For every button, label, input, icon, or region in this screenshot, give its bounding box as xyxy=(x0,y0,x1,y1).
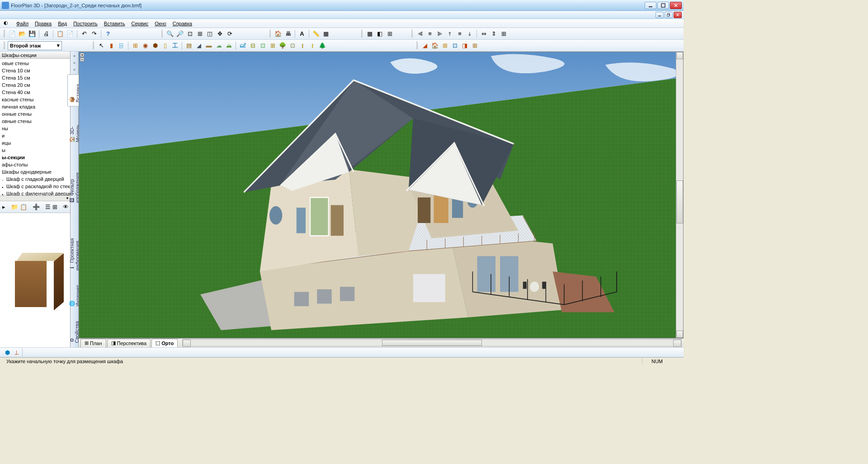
align-center-h-icon[interactable]: ≡ xyxy=(425,29,434,38)
align-left-icon[interactable]: ⫷ xyxy=(415,29,425,38)
tree-item[interactable]: Стена 20 см xyxy=(0,81,70,89)
mdi-minimize-button[interactable] xyxy=(656,12,664,18)
tree-item[interactable]: онные стены xyxy=(0,110,70,118)
fence-tool-icon[interactable]: ⫿ xyxy=(298,41,307,50)
view3d-6-icon[interactable]: ⊞ xyxy=(470,41,479,50)
help-icon[interactable]: ? xyxy=(104,29,113,38)
tree-item[interactable]: ны xyxy=(0,125,70,132)
tree-item[interactable]: Стена 40 см xyxy=(0,89,70,96)
column-tool-icon[interactable]: ▯ xyxy=(160,41,170,50)
print-icon[interactable]: 🖨 xyxy=(42,29,51,38)
plant2-tool-icon[interactable]: 🌲 xyxy=(318,41,327,50)
tree-item[interactable]: касные стены xyxy=(0,96,70,103)
distribute-v-icon[interactable]: ⇕ xyxy=(489,29,498,38)
menu-build[interactable]: Построить xyxy=(71,20,100,27)
select-tool-icon[interactable]: ↖ xyxy=(97,41,106,50)
catalog-insert-icon[interactable]: ▸ xyxy=(2,202,6,211)
catalog-copy-icon[interactable]: 📋 xyxy=(19,202,28,211)
tab-pin2-icon[interactable]: « xyxy=(71,67,78,73)
tree-item[interactable]: Шкаф с филенчатой дверцей xyxy=(0,190,70,195)
zoom-out-icon[interactable]: 🔎 xyxy=(175,29,184,38)
zoom-extents-icon[interactable]: ⊞ xyxy=(195,29,204,38)
grid-icon[interactable]: ▦ xyxy=(321,29,330,38)
text-icon[interactable]: A xyxy=(297,29,307,38)
catalog-list-icon[interactable]: ☰ xyxy=(45,202,51,211)
appliance-tool-icon[interactable]: ⊟ xyxy=(248,41,257,50)
view3d-5-icon[interactable]: ◨ xyxy=(460,41,469,50)
menu-edit[interactable]: Правка xyxy=(32,20,54,27)
undo-icon[interactable]: ↶ xyxy=(80,29,89,38)
tree-item[interactable]: овые стены xyxy=(0,60,70,67)
tree-item[interactable]: Шкаф с гладкой дверцей xyxy=(0,175,70,183)
tree-item[interactable]: Стена 10 см xyxy=(0,67,70,74)
dimension-icon[interactable]: 📏 xyxy=(311,29,321,38)
furniture-tool-icon[interactable]: 🛋 xyxy=(238,41,247,50)
scroll-thumb[interactable] xyxy=(676,180,683,223)
tree-item[interactable]: ицы xyxy=(0,139,70,147)
horizontal-scrollbar[interactable] xyxy=(182,339,682,346)
view3d-4-icon[interactable]: ⊡ xyxy=(450,41,459,50)
viewport-handle-1[interactable]: ▾ xyxy=(80,53,84,57)
path-tool-icon[interactable]: ⫿ xyxy=(308,41,317,50)
mdi-restore-button[interactable] xyxy=(665,12,673,18)
tree-item[interactable]: ы-секции xyxy=(0,154,70,161)
menu-file[interactable]: Файл xyxy=(14,20,31,27)
floor-selector[interactable]: Второй этаж ▾ xyxy=(8,41,62,50)
paste-icon[interactable]: 📄 xyxy=(66,29,75,38)
align-extra-icon[interactable]: ⊞ xyxy=(499,29,508,38)
layout-1-icon[interactable]: ▦ xyxy=(365,29,374,38)
redo-icon[interactable]: ↷ xyxy=(90,29,99,38)
catalog-detail-icon[interactable]: ⊞ xyxy=(52,202,58,211)
maximize-button[interactable] xyxy=(657,2,669,9)
menu-view[interactable]: Вид xyxy=(55,20,70,27)
layout-3-icon[interactable]: ⊞ xyxy=(385,29,394,38)
tab-collapse-icon[interactable]: × xyxy=(71,53,78,59)
open-file-icon[interactable]: 📂 xyxy=(18,29,27,38)
tree-item[interactable]: Шкафы однодверные xyxy=(0,168,70,175)
tab-perspective[interactable]: ◨Перспектива xyxy=(107,339,151,347)
tree-item[interactable]: Шкаф с раскладкой по стеклу xyxy=(0,183,70,190)
menu-help[interactable]: Справка xyxy=(170,20,195,27)
catalog-tree[interactable]: овые стеныСтена 10 смСтена 15 смСтена 20… xyxy=(0,59,70,195)
align-bottom-icon[interactable]: ⫰ xyxy=(465,29,474,38)
close-button[interactable] xyxy=(670,2,682,9)
menu-service[interactable]: Сервис xyxy=(128,20,151,27)
view3d-1-icon[interactable]: ◢ xyxy=(420,41,429,50)
tree-item[interactable]: ы xyxy=(0,147,70,154)
refresh-icon[interactable]: ⟳ xyxy=(225,29,234,38)
pan-icon[interactable]: ✥ xyxy=(215,29,224,38)
tree-item[interactable]: и xyxy=(0,132,70,139)
tab-plan[interactable]: ⊞План xyxy=(80,339,106,347)
wall-tool-icon[interactable]: ▮ xyxy=(107,41,116,50)
electrical-tool-icon[interactable]: ⊡ xyxy=(288,41,297,50)
snap-icon[interactable]: ⬢ xyxy=(3,348,12,357)
save-file-icon[interactable]: 💾 xyxy=(28,29,37,38)
distribute-h-icon[interactable]: ⇔ xyxy=(479,29,488,38)
view3d-2-icon[interactable]: 🏠 xyxy=(430,41,439,50)
scroll-up-icon[interactable] xyxy=(676,52,683,59)
zoom-in-icon[interactable]: 🔍 xyxy=(165,29,175,38)
beam-tool-icon[interactable]: 工 xyxy=(170,41,179,50)
hscroll-thumb[interactable] xyxy=(382,340,482,346)
plant-tool-icon[interactable]: 🌳 xyxy=(278,41,287,50)
scroll-down-icon[interactable] xyxy=(676,331,683,338)
ceiling-tool-icon[interactable]: ☁ xyxy=(214,41,223,50)
window-tool-icon[interactable]: ⊞ xyxy=(131,41,140,50)
render-icon[interactable]: 🏠 xyxy=(274,29,283,38)
app-menu-icon[interactable]: ◐ xyxy=(4,20,11,27)
fixture2-tool-icon[interactable]: ⊞ xyxy=(268,41,277,50)
cabinet-tool-icon[interactable]: ⊡ xyxy=(258,41,267,50)
copy-icon[interactable]: 📋 xyxy=(56,29,65,38)
tree-item[interactable]: пичная кладка xyxy=(0,103,70,110)
roof-tool-icon[interactable]: ◢ xyxy=(194,41,203,50)
align-right-icon[interactable]: ⫸ xyxy=(435,29,444,38)
tab-pin-icon[interactable]: « xyxy=(71,60,78,66)
minimize-button[interactable] xyxy=(645,2,656,9)
catalog-add-icon[interactable]: ➕ xyxy=(32,202,40,211)
align-middle-icon[interactable]: ≡ xyxy=(455,29,464,38)
view3d-3-icon[interactable]: ⊞ xyxy=(440,41,449,50)
slab-tool-icon[interactable]: ▬ xyxy=(204,41,213,50)
terrain-tool-icon[interactable]: ⛰ xyxy=(224,41,233,50)
tree-item[interactable]: афы-столы xyxy=(0,161,70,168)
zoom-window-icon[interactable]: ⊡ xyxy=(185,29,194,38)
